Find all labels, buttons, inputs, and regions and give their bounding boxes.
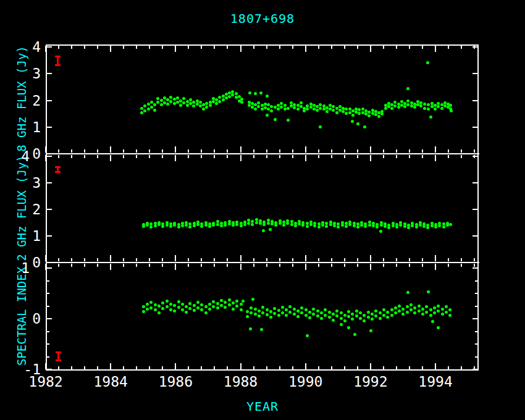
data-point [146, 222, 149, 225]
data-point [193, 222, 196, 225]
data-point [262, 229, 265, 232]
x-tick-mark [71, 46, 72, 49]
data-point [361, 111, 364, 114]
data-point [422, 222, 426, 225]
x-tick-mark [188, 264, 189, 267]
x-tick-mark [84, 149, 85, 153]
x-tick-mark [240, 155, 242, 161]
x-tick-mark [422, 149, 423, 153]
x-tick-mark [279, 366, 280, 369]
x-tick-mark [448, 149, 449, 153]
x-tick-mark [45, 264, 46, 270]
data-point [232, 308, 235, 311]
data-point [142, 305, 145, 308]
x-tick-mark [318, 366, 319, 369]
y-tick-mark [47, 156, 52, 157]
x-tick-mark [97, 258, 98, 261]
data-point [166, 98, 169, 101]
data-point [185, 305, 188, 308]
data-point [342, 107, 345, 110]
data-point [204, 305, 208, 308]
x-tick-mark [84, 155, 85, 158]
y-tick-mark [47, 153, 52, 154]
x-tick-mark [435, 46, 436, 52]
y-tick-mark [47, 127, 52, 128]
data-point [308, 311, 311, 314]
data-point [146, 303, 149, 306]
data-point [429, 116, 432, 119]
y-tick-label: 4 [12, 149, 30, 164]
data-point [332, 313, 335, 316]
y-minor-tick-mark [47, 293, 49, 294]
x-tick-mark [110, 264, 111, 270]
x-tick-mark [175, 46, 176, 52]
x-tick-mark [97, 264, 98, 267]
data-point [395, 225, 398, 229]
x-tick-mark [383, 258, 384, 261]
data-point [338, 109, 342, 112]
data-point [448, 314, 452, 317]
data-point [340, 317, 343, 320]
x-tick-mark [266, 366, 267, 369]
x-tick-mark [162, 366, 163, 369]
data-point [177, 225, 180, 229]
x-tick-mark [123, 258, 124, 261]
data-point [441, 313, 444, 316]
y-minor-tick-mark [475, 293, 477, 294]
y-tick-mark [47, 262, 52, 263]
x-tick-mark [396, 155, 397, 158]
x-tick-mark [279, 258, 280, 261]
data-point [176, 101, 179, 104]
data-point [154, 222, 157, 225]
y-tick-mark [47, 209, 52, 210]
x-tick-mark [461, 264, 462, 267]
x-tick-mark [383, 149, 384, 153]
data-point [173, 102, 176, 105]
data-point [222, 98, 225, 101]
x-tick-mark [305, 46, 306, 52]
x-tick-mark [201, 46, 202, 49]
data-point [300, 105, 303, 108]
data-point [394, 306, 397, 309]
x-tick-mark [435, 155, 436, 161]
x-tick-mark [97, 46, 98, 49]
data-point [284, 104, 287, 107]
x-tick-mark [435, 255, 436, 261]
data-point [271, 220, 274, 223]
data-point [343, 314, 346, 317]
data-point [220, 299, 223, 302]
data-point [403, 222, 406, 225]
data-point [441, 308, 444, 311]
data-point [355, 107, 358, 111]
x-tick-mark [318, 46, 319, 49]
x-tick-mark [149, 46, 150, 49]
data-point [202, 107, 205, 111]
data-point [407, 226, 410, 229]
data-point [212, 222, 215, 225]
data-point [228, 298, 231, 301]
data-point [377, 115, 380, 118]
x-tick-mark [409, 149, 410, 153]
x-tick-label: 1994 [411, 374, 460, 389]
x-tick-mark [110, 363, 111, 369]
x-tick-mark [136, 366, 137, 369]
x-tick-mark [214, 149, 215, 153]
data-point [160, 103, 163, 106]
data-point [193, 304, 196, 307]
x-tick-mark [383, 155, 384, 158]
y-tick-label: 3 [12, 175, 41, 190]
data-point [392, 222, 395, 225]
y-tick-mark [472, 369, 477, 370]
data-point [442, 225, 445, 229]
x-tick-mark [409, 264, 410, 267]
data-point [259, 91, 262, 94]
x-tick-mark [45, 363, 46, 369]
x-tick-mark [58, 264, 59, 267]
data-point [261, 104, 264, 107]
data-point [337, 225, 340, 229]
data-point [235, 300, 238, 303]
data-point [351, 109, 355, 112]
x-tick-mark [175, 264, 176, 270]
data-point [356, 225, 359, 229]
error-bar-cap [56, 351, 61, 353]
